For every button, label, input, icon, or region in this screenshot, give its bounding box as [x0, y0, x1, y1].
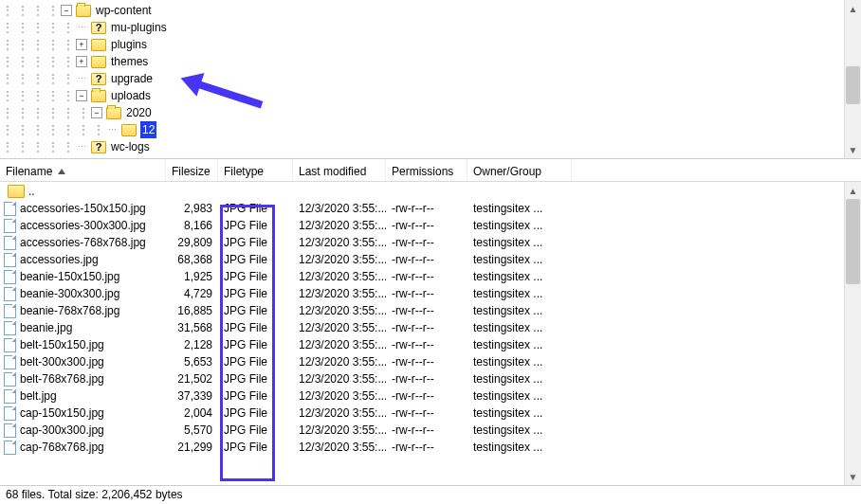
tree-indent-line: ⋮ [61, 53, 76, 70]
scroll-track[interactable] [845, 17, 861, 141]
file-icon [4, 355, 16, 369]
list-scrollbar[interactable]: ▲ ▼ [844, 182, 861, 485]
file-name: cap-768x768.jpg [20, 441, 104, 454]
folder-icon [121, 124, 137, 136]
tree-indent-line: ⋮ [0, 121, 15, 138]
file-owner: testingsitex ... [467, 441, 572, 454]
file-modified: 12/3/2020 3:55:... [293, 304, 386, 317]
file-row[interactable]: beanie-300x300.jpg4,729JPG File12/3/2020… [0, 285, 861, 302]
tree-indent-line: ⋮ [15, 70, 30, 87]
file-owner: testingsitex ... [467, 338, 572, 351]
file-row[interactable]: cap-150x150.jpg2,004JPG File12/3/2020 3:… [0, 405, 861, 422]
parent-directory-row[interactable]: .. [0, 183, 861, 200]
expander-minus-icon[interactable]: − [76, 90, 87, 101]
file-name: cap-150x150.jpg [20, 406, 104, 420]
file-row[interactable]: beanie-150x150.jpg1,925JPG File12/3/2020… [0, 268, 861, 285]
tree-item-label: wp-content [95, 2, 153, 19]
file-size: 37,339 [166, 389, 218, 403]
tree-item[interactable]: ⋮⋮⋮⋮−wp-content [0, 2, 861, 19]
file-row[interactable]: beanie.jpg31,568JPG File12/3/2020 3:55:.… [0, 319, 861, 336]
file-name: belt-150x150.jpg [20, 338, 104, 351]
tree-item[interactable]: ⋮⋮⋮⋮⋮⋮⋮⋯12 [0, 121, 861, 138]
expander-minus-icon[interactable]: − [91, 107, 102, 118]
file-modified: 12/3/2020 3:55:... [293, 236, 386, 249]
file-type: JPG File [218, 389, 293, 403]
file-name: accessories-150x150.jpg [20, 202, 146, 215]
tree-connector-icon: ⋯ [76, 22, 87, 33]
tree-indent-line: ⋮ [61, 19, 76, 36]
file-name: accessories-768x768.jpg [20, 236, 146, 249]
scroll-up-icon[interactable]: ▲ [845, 0, 861, 17]
scroll-down-icon[interactable]: ▼ [845, 468, 861, 485]
folder-question-icon: ? [91, 22, 106, 34]
file-row[interactable]: belt-768x768.jpg21,502JPG File12/3/2020 … [0, 370, 861, 387]
file-list-rows[interactable]: ..accessories-150x150.jpg2,983JPG File12… [0, 182, 861, 456]
file-permissions: -rw-r--r-- [386, 406, 467, 420]
file-icon [4, 338, 16, 352]
tree-scrollbar[interactable]: ▲ ▼ [844, 0, 861, 158]
scroll-thumb[interactable] [846, 66, 860, 104]
tree-indent-line: ⋮ [30, 36, 46, 53]
scroll-down-icon[interactable]: ▼ [845, 141, 861, 158]
file-icon [4, 287, 16, 301]
file-row[interactable]: accessories-150x150.jpg2,983JPG File12/3… [0, 200, 861, 217]
file-row[interactable]: belt.jpg37,339JPG File12/3/2020 3:55:...… [0, 387, 861, 405]
file-icon [4, 372, 16, 387]
expander-plus-icon[interactable]: + [76, 39, 87, 50]
expander-plus-icon[interactable]: + [76, 56, 87, 67]
file-icon [4, 236, 16, 250]
file-modified: 12/3/2020 3:55:... [293, 355, 386, 369]
sort-ascending-icon [58, 169, 65, 174]
file-modified: 12/3/2020 3:55:... [293, 338, 386, 351]
tree-indent-line: ⋮ [0, 70, 15, 87]
column-header-filetype[interactable]: Filetype [218, 159, 293, 181]
header-label: Filename [6, 165, 52, 178]
column-header-last-modified[interactable]: Last modified [293, 159, 386, 181]
tree-indent-line: ⋮ [30, 2, 46, 19]
file-row[interactable]: belt-150x150.jpg2,128JPG File12/3/2020 3… [0, 336, 861, 353]
file-owner: testingsitex ... [467, 219, 572, 232]
folder-question-icon: ? [91, 73, 106, 85]
file-modified: 12/3/2020 3:55:... [293, 253, 386, 266]
directory-tree[interactable]: ⋮⋮⋮⋮−wp-content⋮⋮⋮⋮⋮⋯?mu-plugins⋮⋮⋮⋮⋮+pl… [0, 0, 861, 159]
file-permissions: -rw-r--r-- [386, 270, 467, 283]
file-permissions: -rw-r--r-- [386, 287, 467, 300]
tree-item[interactable]: ⋮⋮⋮⋮⋮⋯?mu-plugins [0, 19, 861, 36]
file-type: JPG File [218, 304, 293, 317]
column-header-filesize[interactable]: Filesize [166, 159, 218, 181]
header-label: Owner/Group [473, 165, 541, 178]
tree-item[interactable]: ⋮⋮⋮⋮⋮−uploads [0, 87, 861, 104]
tree-indent-line: ⋮ [15, 104, 30, 121]
scroll-track[interactable] [845, 199, 861, 468]
tree-item[interactable]: ⋮⋮⋮⋮⋮+themes [0, 53, 861, 70]
file-name: beanie-300x300.jpg [20, 287, 119, 300]
tree-item[interactable]: ⋮⋮⋮⋮⋮⋯?wc-logs [0, 138, 861, 155]
file-type: JPG File [218, 202, 293, 215]
scroll-thumb[interactable] [846, 199, 860, 284]
column-header-permissions[interactable]: Permissions [386, 159, 467, 181]
tree-item[interactable]: ⋮⋮⋮⋮⋮⋮−2020 [0, 104, 861, 121]
tree-item[interactable]: ⋮⋮⋮⋮⋮⋯?upgrade [0, 70, 861, 87]
folder-icon [91, 39, 106, 51]
file-row[interactable]: accessories.jpg68,368JPG File12/3/2020 3… [0, 251, 861, 268]
file-row[interactable]: cap-768x768.jpg21,299JPG File12/3/2020 3… [0, 439, 861, 456]
file-owner: testingsitex ... [467, 202, 572, 215]
file-row[interactable]: cap-300x300.jpg5,570JPG File12/3/2020 3:… [0, 422, 861, 439]
tree-indent-line: ⋮ [30, 19, 46, 36]
expander-minus-icon[interactable]: − [61, 5, 72, 16]
file-size: 2,128 [166, 338, 218, 351]
column-header-filename[interactable]: Filename [0, 159, 166, 181]
tree-indent-line: ⋮ [61, 121, 76, 138]
file-size: 21,299 [166, 441, 218, 454]
file-row[interactable]: beanie-768x768.jpg16,885JPG File12/3/202… [0, 302, 861, 319]
tree-indent-line: ⋮ [30, 53, 46, 70]
column-header-owner-group[interactable]: Owner/Group [467, 159, 572, 181]
tree-connector-icon: ⋯ [76, 141, 87, 153]
tree-item[interactable]: ⋮⋮⋮⋮⋮+plugins [0, 36, 861, 53]
file-size: 5,570 [166, 423, 218, 437]
file-row[interactable]: belt-300x300.jpg5,653JPG File12/3/2020 3… [0, 353, 861, 370]
scroll-up-icon[interactable]: ▲ [845, 182, 861, 199]
file-icon [4, 441, 16, 455]
file-row[interactable]: accessories-768x768.jpg29,809JPG File12/… [0, 234, 861, 251]
file-row[interactable]: accessories-300x300.jpg8,166JPG File12/3… [0, 217, 861, 234]
